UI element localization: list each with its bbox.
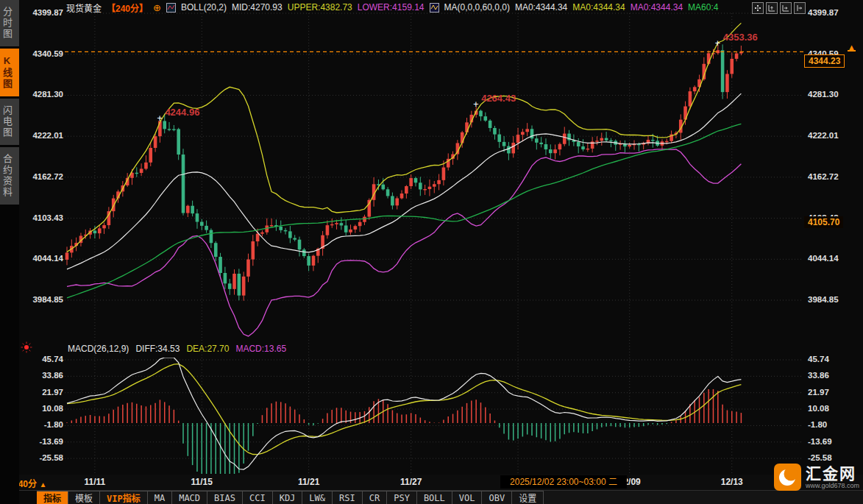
price-axis-label: 3984.85 <box>21 295 63 304</box>
boll-lower-value: LOWER:4159.14 <box>358 2 425 13</box>
date-label-12-13: 12/13 <box>721 477 743 487</box>
toolbar-button-指标[interactable]: 指标 <box>37 491 68 504</box>
chart-type-sidebar: 分时图K线图闪电图合约资料 <box>0 0 19 504</box>
sidebar-tab-4[interactable]: 合约资料 <box>0 147 19 205</box>
price-axis-label: 4281.30 <box>808 90 839 99</box>
price-axis-label: 4281.30 <box>21 90 63 99</box>
price-axis-label: 4162.72 <box>21 172 63 181</box>
toolbar-button-CR[interactable]: CR <box>363 491 387 504</box>
pan-crosshair-icon[interactable] <box>752 2 764 14</box>
price-axis-label: 21.97 <box>808 388 829 397</box>
boll-mid-value: MID:4270.93 <box>232 2 283 13</box>
toolbar-button-KDJ[interactable]: KDJ <box>273 491 303 504</box>
price-axis-label: -1.80 <box>21 420 63 429</box>
crosshair-date-tooltip: 2025/12/02 23:00~03:00 二 <box>500 475 627 489</box>
boll-label: BOLL(20,2) <box>181 2 227 13</box>
chevron-up-icon: ▲ <box>39 480 46 489</box>
price-axis-label: 33.86 <box>21 371 63 380</box>
toolbar-button-MACD[interactable]: MACD <box>172 491 207 504</box>
indicator-toolbar: 指标模板VIP指标MAMACDBIASCCIKDJLW&RSICRPSYBOLL… <box>0 490 863 504</box>
site-logo: 汇金网 www.gold678.com <box>774 464 859 491</box>
extreme-price-annotation: 4264.43 <box>481 93 516 104</box>
price-axis-label: 4222.01 <box>21 131 63 140</box>
indicator-header: 现货黄金 【240分】 ⊕ BOLL(20,2) MID:4270.93 UPP… <box>66 1 718 13</box>
sidebar-tab-3[interactable]: 闪电图 <box>0 99 19 145</box>
zoom-y-axis-icon[interactable] <box>766 2 778 14</box>
ma60-value: MA60:4 <box>688 2 718 13</box>
reference-price-badge: 4105.70 <box>804 216 843 228</box>
macd-dea-value: DEA:27.70 <box>186 344 229 354</box>
macd-header: MACD(26,12,9) DIFF:34.53 DEA:27.70 MACD:… <box>68 344 286 354</box>
price-axis-label: 33.86 <box>808 371 829 380</box>
macd-diff-value: DIFF:34.53 <box>135 344 180 354</box>
price-axis-label: 4044.14 <box>808 254 839 263</box>
toolbar-button-VOL[interactable]: VOL <box>452 491 483 504</box>
price-axis-label: -1.80 <box>808 420 827 429</box>
extreme-price-annotation: 4244.96 <box>165 107 199 118</box>
trading-app-window: 分时图K线图闪电图合约资料 +4244.96+4264.43+4353.36 现… <box>0 0 863 504</box>
price-axis-label: -25.58 <box>808 453 832 462</box>
toolbar-button-VIP指标[interactable]: VIP指标 <box>100 491 148 504</box>
toolbar-button-OBV[interactable]: OBV <box>482 491 512 504</box>
price-axis-label: 21.97 <box>21 388 63 397</box>
svg-text:+: + <box>473 99 478 110</box>
sidebar-tab-1[interactable]: 分时图 <box>0 0 19 46</box>
period-label: 【240分】 <box>107 1 148 14</box>
ma0-white-value: MA0:4344.34 <box>515 2 567 13</box>
price-axis-label: 4399.87 <box>808 8 839 17</box>
current-price-badge: 4344.23 <box>804 54 845 68</box>
price-axis-label: 3984.85 <box>808 295 839 304</box>
toolbar-button-模板[interactable]: 模板 <box>68 491 100 504</box>
sidebar-tab-2[interactable]: K线图 <box>0 49 19 96</box>
ma0-yellow-value: MA0:4344.34 <box>572 2 625 13</box>
price-axis-label: 10.08 <box>808 404 829 413</box>
date-label-11-21: 11/21 <box>298 477 319 487</box>
toolbar-button-BOLL[interactable]: BOLL <box>417 491 452 504</box>
boll-upper-value: UPPER:4382.73 <box>288 2 352 13</box>
toolbar-button-BIAS[interactable]: BIAS <box>207 491 243 504</box>
macd-value: MACD:13.65 <box>235 344 286 354</box>
shift-right-icon[interactable] <box>794 2 806 14</box>
toolbar-button-CCI[interactable]: CCI <box>243 491 273 504</box>
macd-label: MACD(26,12,9) <box>68 344 129 354</box>
date-label-11-11: 11/11 <box>85 477 106 487</box>
ma-indicator-icon <box>430 3 439 13</box>
svg-text:+: + <box>715 38 720 49</box>
logo-icon <box>774 464 801 491</box>
price-axis-label: 4399.87 <box>21 8 63 17</box>
price-axis-label: 4162.72 <box>808 172 839 181</box>
logo-text: 汇金网 <box>806 466 859 481</box>
price-axis-label: 4044.14 <box>21 254 63 263</box>
price-axis-label: -13.69 <box>21 437 63 446</box>
date-label-11-15: 11/15 <box>191 477 213 487</box>
toolbar-button-设置[interactable]: 设置 <box>512 491 544 504</box>
price-axis-label: 4103.43 <box>21 213 63 222</box>
toolbar-button-MA[interactable]: MA <box>148 491 172 504</box>
kline-chart-canvas[interactable]: +4244.96+4264.43+4353.36 <box>0 0 863 504</box>
toolbar-button-RSI[interactable]: RSI <box>333 491 363 504</box>
logo-url: www.gold678.com <box>806 483 859 489</box>
price-axis-label: 10.08 <box>21 404 63 413</box>
chart-tool-buttons <box>752 2 806 14</box>
ma0-magenta-value: MA0:4344.34 <box>631 2 683 13</box>
price-axis-label: 4340.59 <box>21 49 63 58</box>
extreme-price-annotation: 4353.36 <box>723 32 758 43</box>
svg-text:+: + <box>157 113 162 124</box>
toolbar-button-PSY[interactable]: PSY <box>387 491 417 504</box>
toolbar-button-LW&[interactable]: LW& <box>302 491 333 504</box>
price-axis-label: -25.58 <box>21 453 63 462</box>
price-axis-label: 45.74 <box>808 355 829 363</box>
price-axis-label: -13.69 <box>808 437 832 446</box>
symbol-name: 现货黄金 <box>66 1 102 14</box>
price-axis-label: 4222.01 <box>808 131 839 140</box>
date-label-11-27: 11/27 <box>400 477 422 487</box>
boll-indicator-icon <box>166 3 176 13</box>
expand-icon[interactable]: ⊕ <box>153 2 161 13</box>
ma-label: MA(0,0,0,60,0,0) <box>444 2 510 13</box>
latest-price-marker-icon: ▲ <box>848 43 856 52</box>
zoom-x-axis-icon[interactable] <box>780 2 792 14</box>
date-axis-row: 240分 ▲ 11/1111/1511/2111/2712/0312/0912/… <box>0 475 863 490</box>
live-dot-icon <box>21 341 32 356</box>
